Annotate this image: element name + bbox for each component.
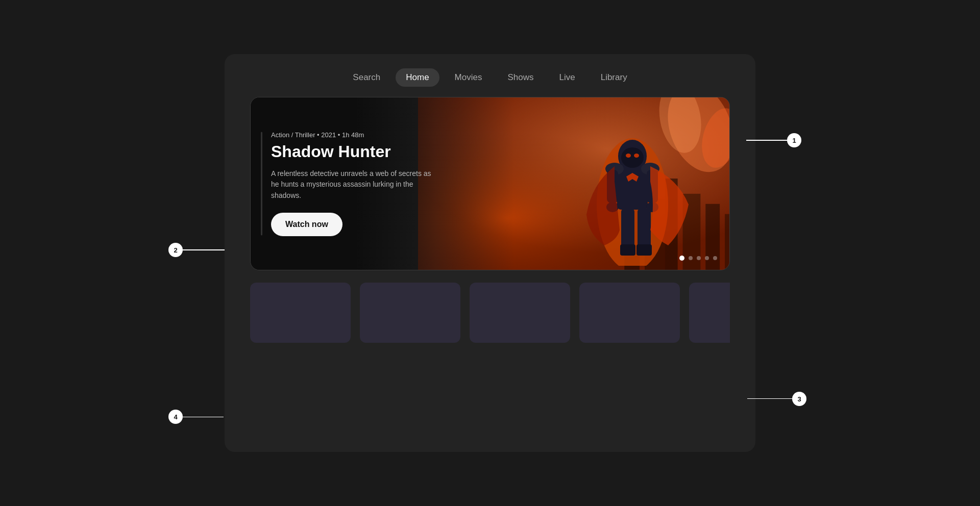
carousel-dot-3[interactable] xyxy=(697,256,701,260)
annotation-4: 4 xyxy=(168,410,183,424)
hero-title: Shadow Hunter xyxy=(271,143,475,161)
carousel-dot-2[interactable] xyxy=(689,256,693,260)
annotation-3: 3 xyxy=(792,392,806,406)
annotation-1-line xyxy=(746,140,787,141)
thumbnail-2[interactable] xyxy=(360,283,460,343)
thumbnails-row xyxy=(225,270,755,343)
annotation-2: 2 xyxy=(168,243,183,257)
thumbnail-3[interactable] xyxy=(470,283,570,343)
hero-description: A relentless detective unravels a web of… xyxy=(271,168,434,201)
hero-card: Action / Thriller • 2021 • 1h 48m Shadow… xyxy=(250,97,730,270)
app-frame: 1 2 3 4 Search Home Movies Shows Live Li… xyxy=(225,54,755,452)
svg-rect-10 xyxy=(725,214,729,270)
thumbnail-1[interactable] xyxy=(250,283,351,343)
nav-shows[interactable]: Shows xyxy=(497,68,544,87)
annotation-1: 1 xyxy=(787,133,801,147)
annotation-4-line xyxy=(183,417,224,418)
thumbnail-4[interactable] xyxy=(579,283,680,343)
carousel-dot-4[interactable] xyxy=(705,256,709,260)
hero-character-image xyxy=(566,103,699,266)
watch-now-button[interactable]: Watch now xyxy=(271,213,342,236)
navigation: Search Home Movies Shows Live Library xyxy=(225,54,755,97)
annotation-2-line xyxy=(183,249,225,250)
svg-point-19 xyxy=(621,147,644,168)
hero-wrapper: Action / Thriller • 2021 • 1h 48m Shadow… xyxy=(225,97,755,270)
nav-library[interactable]: Library xyxy=(591,68,638,87)
annotation-3-line xyxy=(747,398,792,399)
svg-point-21 xyxy=(634,154,639,158)
nav-search[interactable]: Search xyxy=(342,68,390,87)
nav-home[interactable]: Home xyxy=(396,68,439,87)
svg-rect-28 xyxy=(621,209,634,249)
carousel-dot-1[interactable] xyxy=(679,256,684,261)
thumbnail-5[interactable] xyxy=(689,283,730,343)
carousel-dots xyxy=(679,256,717,261)
nav-movies[interactable]: Movies xyxy=(445,68,493,87)
main-container: Search Home Movies Shows Live Library xyxy=(225,54,755,452)
svg-point-20 xyxy=(626,154,631,158)
svg-rect-30 xyxy=(620,244,635,256)
svg-rect-29 xyxy=(638,209,651,249)
svg-rect-31 xyxy=(636,244,652,256)
hero-content: Action / Thriller • 2021 • 1h 48m Shadow… xyxy=(251,97,490,270)
hero-meta: Action / Thriller • 2021 • 1h 48m xyxy=(271,131,475,139)
carousel-dot-5[interactable] xyxy=(713,256,717,260)
nav-live[interactable]: Live xyxy=(549,68,585,87)
